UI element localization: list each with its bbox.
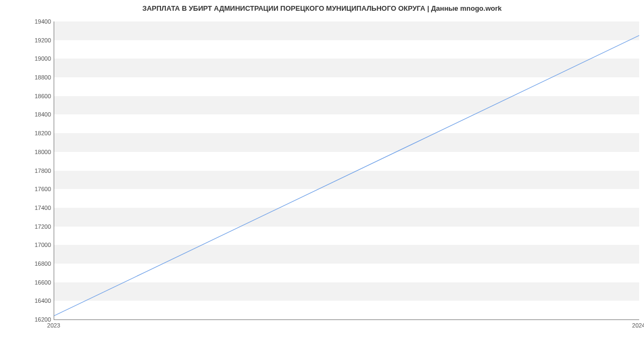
y-axis-tick-label: 17400	[19, 205, 51, 211]
chart-line-svg	[54, 21, 639, 319]
y-axis-tick-label: 17600	[19, 186, 51, 192]
plot-area	[54, 21, 639, 320]
y-axis-tick-label: 16600	[19, 279, 51, 286]
y-axis-tick-label: 18200	[19, 130, 51, 136]
y-axis-tick-label: 18400	[19, 111, 51, 118]
y-axis-tick-label: 18000	[19, 149, 51, 155]
y-axis-tick-label: 16800	[19, 260, 51, 267]
x-axis-tick-label: 2023	[47, 322, 60, 329]
chart-container: ЗАРПЛАТА В УБИРТ АДМИНИСТРАЦИИ ПОРЕЦКОГО…	[0, 0, 644, 349]
y-axis-tick-label: 17000	[19, 242, 51, 248]
y-axis-tick-label: 16400	[19, 297, 51, 304]
y-axis-tick-label: 19000	[19, 55, 51, 62]
y-axis-tick-label: 19400	[19, 18, 51, 25]
y-axis-tick-label: 18600	[19, 93, 51, 99]
y-axis-tick-label: 18800	[19, 74, 51, 81]
y-axis-tick-label: 17800	[19, 168, 51, 174]
y-axis-tick-label: 17200	[19, 223, 51, 230]
chart-title: ЗАРПЛАТА В УБИРТ АДМИНИСТРАЦИИ ПОРЕЦКОГО…	[0, 4, 644, 12]
salary-series-line	[54, 35, 639, 316]
y-axis-tick-label: 19200	[19, 37, 51, 43]
y-axis-tick-label: 16200	[19, 316, 51, 323]
x-axis-tick-label: 2024	[632, 322, 644, 329]
